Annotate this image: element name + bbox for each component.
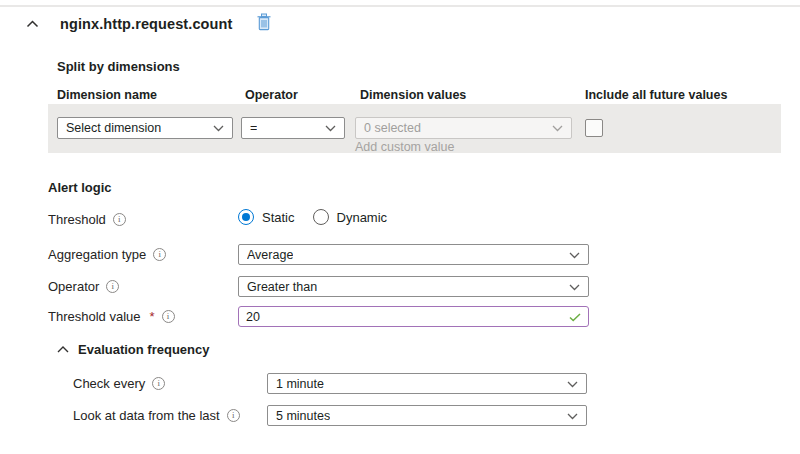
add-custom-value-link[interactable]: Add custom value	[355, 140, 454, 154]
aggregation-type-dropdown-value: Average	[247, 248, 293, 262]
lookback-dropdown-value: 5 minutes	[276, 409, 330, 423]
dimension-values-dropdown[interactable]: 0 selected	[355, 117, 572, 139]
operator-dropdown-value: Greater than	[247, 280, 317, 294]
chevron-down-icon	[567, 377, 578, 391]
top-divider	[0, 5, 800, 7]
threshold-value-input[interactable]	[246, 310, 569, 324]
dimension-values-dropdown-value: 0 selected	[364, 121, 421, 135]
threshold-value-label: Threshold value *	[48, 306, 175, 327]
info-icon[interactable]	[227, 409, 240, 422]
threshold-dynamic-radio[interactable]: Dynamic	[313, 209, 388, 225]
check-every-dropdown[interactable]: 1 minute	[267, 373, 587, 394]
info-icon[interactable]	[152, 377, 165, 390]
threshold-value-field-wrap	[238, 306, 589, 327]
check-every-label: Check every	[73, 373, 165, 394]
info-icon[interactable]	[113, 213, 126, 226]
chevron-down-icon	[569, 248, 580, 262]
aggregation-type-label: Aggregation type	[48, 244, 166, 265]
threshold-label: Threshold	[48, 210, 126, 228]
metric-title: nginx.http.request.count	[60, 16, 232, 32]
operator-dropdown[interactable]: Greater than	[238, 276, 589, 297]
split-by-dimensions-heading: Split by dimensions	[57, 59, 180, 74]
check-every-dropdown-value: 1 minute	[276, 377, 324, 391]
chevron-down-icon	[325, 121, 336, 135]
dimension-name-dropdown-value: Select dimension	[66, 121, 161, 135]
info-icon[interactable]	[162, 310, 175, 323]
include-all-future-values-checkbox[interactable]	[585, 119, 603, 137]
evaluation-frequency-heading: Evaluation frequency	[78, 342, 209, 357]
chevron-down-icon	[569, 280, 580, 294]
dimension-operator-dropdown[interactable]: =	[241, 117, 345, 139]
lookback-dropdown[interactable]: 5 minutes	[267, 405, 587, 426]
column-header-include-all-future-values: Include all future values	[585, 88, 727, 102]
chevron-up-icon[interactable]	[26, 20, 39, 28]
radio-selected-icon	[238, 209, 254, 225]
threshold-radio-group: Static Dynamic	[238, 209, 387, 225]
alert-logic-heading: Alert logic	[48, 180, 112, 195]
required-asterisk: *	[150, 309, 155, 324]
trash-icon	[256, 13, 272, 34]
dimension-name-dropdown[interactable]: Select dimension	[57, 117, 233, 139]
info-icon[interactable]	[153, 248, 166, 261]
chevron-up-icon[interactable]	[57, 346, 69, 353]
evaluation-frequency-header: Evaluation frequency	[57, 342, 209, 357]
operator-label: Operator	[48, 276, 119, 297]
aggregation-type-dropdown[interactable]: Average	[238, 244, 589, 265]
metric-alert-condition-panel: nginx.http.request.count Split by dimens…	[0, 0, 800, 454]
chevron-down-icon	[567, 409, 578, 423]
column-header-dimension-values: Dimension values	[360, 88, 466, 102]
dimension-operator-dropdown-value: =	[250, 121, 257, 135]
column-header-dimension-name: Dimension name	[57, 88, 157, 102]
radio-unselected-icon	[313, 209, 329, 225]
column-header-operator: Operator	[245, 88, 298, 102]
delete-condition-button[interactable]	[256, 13, 272, 34]
metric-condition-header: nginx.http.request.count	[26, 13, 272, 34]
chevron-down-icon	[213, 121, 224, 135]
valid-check-icon	[569, 308, 581, 326]
threshold-static-radio[interactable]: Static	[238, 209, 295, 225]
chevron-down-icon	[552, 121, 563, 135]
lookback-label: Look at data from the last	[73, 405, 240, 426]
info-icon[interactable]	[106, 280, 119, 293]
